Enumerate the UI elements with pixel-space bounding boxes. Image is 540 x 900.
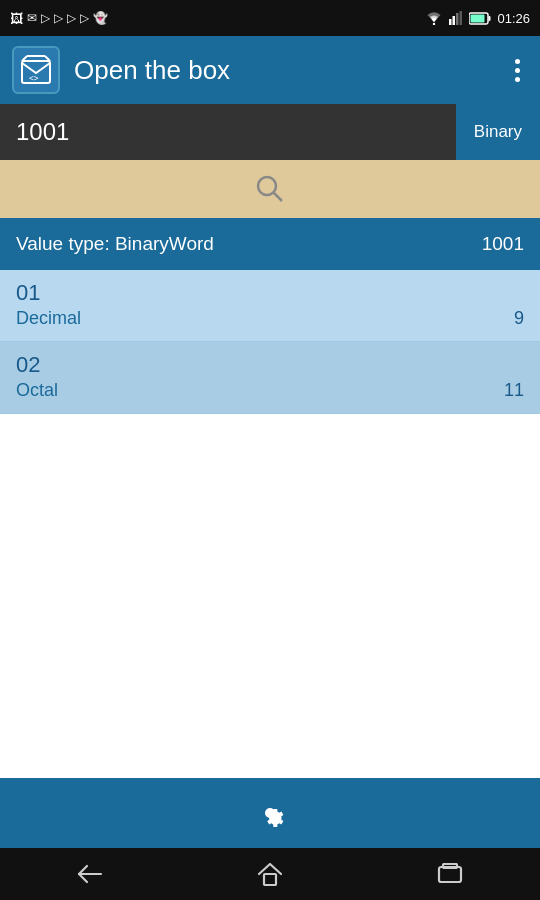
battery-icon (469, 12, 491, 25)
outlook-icon: ✉ (27, 11, 37, 25)
svg-text:<>: <> (29, 74, 39, 83)
search-icon (254, 173, 286, 205)
binary-input[interactable] (0, 104, 456, 160)
svg-rect-3 (456, 13, 459, 25)
row-number: 01 (16, 280, 524, 306)
signal-icon (449, 11, 463, 25)
photo-icon: 🖼 (10, 11, 23, 26)
media-icon-1: ▷ (41, 11, 50, 25)
value-type-label: Value type: BinaryWord (16, 233, 214, 255)
ghost-icon: 👻 (93, 11, 108, 25)
media-icon-3: ▷ (67, 11, 76, 25)
svg-point-13 (258, 177, 276, 195)
row-label: Decimal (16, 308, 81, 329)
table-row: 02 Octal 11 (0, 342, 540, 414)
row-value: 9 (514, 308, 524, 329)
media-icon-2: ▷ (54, 11, 63, 25)
svg-rect-1 (449, 19, 452, 25)
status-bar: 🖼 ✉ ▷ ▷ ▷ ▷ 👻 01:26 (0, 0, 540, 36)
table-row: 01 Decimal 9 (0, 270, 540, 342)
navigation-bar (0, 848, 540, 900)
svg-rect-6 (489, 16, 491, 21)
overflow-dot-2 (515, 68, 520, 73)
row-number: 02 (16, 352, 524, 378)
overflow-dot-3 (515, 77, 520, 82)
recents-button[interactable] (420, 854, 480, 894)
svg-rect-7 (471, 14, 485, 22)
binary-tab[interactable]: Binary (456, 104, 540, 160)
status-right-area: 01:26 (425, 11, 530, 26)
svg-point-0 (433, 23, 435, 25)
settings-gear-icon (252, 795, 288, 831)
svg-rect-17 (439, 867, 461, 882)
media-icon-4: ▷ (80, 11, 89, 25)
row-value: 11 (504, 380, 524, 401)
svg-rect-16 (264, 874, 276, 885)
overflow-dot-1 (515, 59, 520, 64)
toolbar-title: Open the box (74, 55, 507, 86)
value-type-display-value: 1001 (482, 233, 524, 255)
app-toolbar: <> Open the box (0, 36, 540, 104)
input-row: Binary (0, 104, 540, 160)
search-area[interactable] (0, 160, 540, 218)
status-icons-left: 🖼 ✉ ▷ ▷ ▷ ▷ 👻 (10, 11, 108, 26)
svg-rect-2 (453, 16, 456, 25)
svg-rect-4 (460, 11, 463, 25)
row-label: Octal (16, 380, 58, 401)
overflow-menu-button[interactable] (507, 51, 528, 90)
value-type-header: Value type: BinaryWord 1001 (0, 218, 540, 270)
svg-line-14 (274, 193, 283, 202)
settings-bar[interactable] (0, 778, 540, 848)
wifi-icon (425, 11, 443, 25)
app-icon: <> (12, 46, 60, 94)
back-button[interactable] (60, 854, 120, 894)
status-time: 01:26 (497, 11, 530, 26)
results-container: 01 Decimal 9 02 Octal 11 (0, 270, 540, 414)
home-button[interactable] (240, 854, 300, 894)
